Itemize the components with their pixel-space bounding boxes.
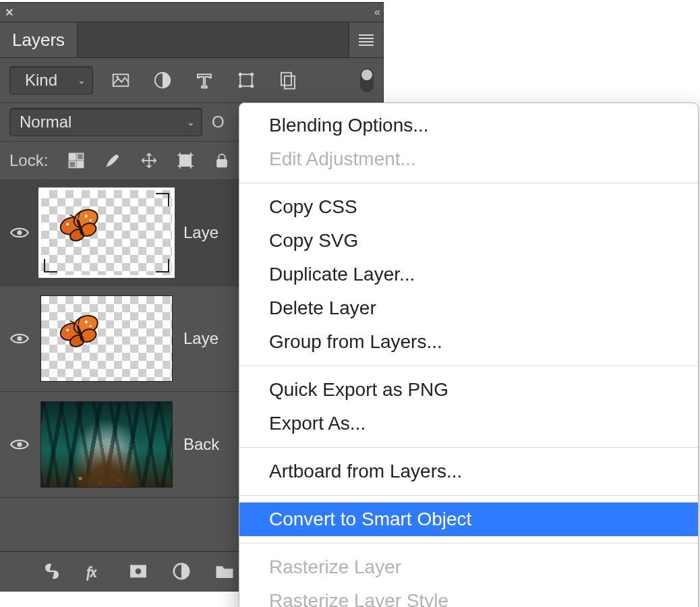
svg-rect-14 <box>69 161 76 167</box>
ctx-delete-layer[interactable]: Delete Layer <box>239 291 698 325</box>
ctx-group-from-layers[interactable]: Group from Layers... <box>239 325 698 359</box>
tab-label: Layers <box>12 30 65 51</box>
filter-type-icons <box>109 69 299 92</box>
tab-layers[interactable]: Layers <box>0 22 78 57</box>
filter-kind-dropdown[interactable]: Kind ⌄ <box>9 66 93 94</box>
ctx-copy-svg[interactable]: Copy SVG <box>239 224 698 258</box>
visibility-eye-icon[interactable] <box>9 328 30 349</box>
menu-separator <box>239 366 698 366</box>
layer-name[interactable]: Back <box>183 435 219 454</box>
lock-transparency-icon[interactable] <box>65 150 87 171</box>
svg-rect-15 <box>78 161 84 167</box>
ctx-blending-options[interactable]: Blending Options... <box>239 109 698 142</box>
tab-area <box>78 22 349 57</box>
layer-name[interactable]: Laye <box>183 329 218 348</box>
group-icon[interactable] <box>213 560 236 583</box>
chevron-down-icon: ⌄ <box>187 117 195 127</box>
panel-menu-icon[interactable] <box>349 22 383 57</box>
filter-toggle[interactable] <box>360 68 374 92</box>
ctx-duplicate-layer[interactable]: Duplicate Layer... <box>239 258 698 291</box>
butterfly-icon <box>57 209 105 245</box>
menu-separator <box>239 543 698 544</box>
ctx-edit-adjustment: Edit Adjustment... <box>239 142 698 176</box>
layer-thumbnail[interactable] <box>40 190 173 276</box>
adjustment-layer-icon[interactable] <box>170 560 193 583</box>
forest-image <box>41 402 172 487</box>
lock-paint-icon[interactable] <box>102 150 123 171</box>
svg-point-8 <box>239 84 242 88</box>
svg-text:fx: fx <box>87 565 97 580</box>
svg-rect-5 <box>240 74 252 86</box>
svg-point-6 <box>239 73 242 76</box>
layer-thumbnail[interactable] <box>40 295 173 382</box>
svg-point-3 <box>116 76 119 78</box>
close-icon[interactable]: × <box>0 3 19 22</box>
layer-mask-icon[interactable] <box>127 560 150 583</box>
collapse-icon[interactable]: « <box>368 6 383 18</box>
filter-bar: Kind ⌄ <box>0 58 383 103</box>
lock-label: Lock: <box>9 151 48 170</box>
ctx-artboard-from-layers[interactable]: Artboard from Layers... <box>239 455 698 488</box>
blend-mode-dropdown[interactable]: Normal ⌄ <box>9 108 202 136</box>
filter-shape-icon[interactable] <box>235 69 258 92</box>
svg-rect-10 <box>281 73 291 86</box>
ctx-copy-css[interactable]: Copy CSS <box>239 190 698 224</box>
panel-tabs: Layers <box>0 22 383 58</box>
svg-point-35 <box>18 337 22 341</box>
svg-rect-12 <box>69 154 76 160</box>
ctx-rasterize-layer-style: Rasterize Layer Style <box>239 584 698 607</box>
ctx-convert-smart-object[interactable]: Convert to Smart Object <box>239 502 698 536</box>
layer-context-menu: Blending Options... Edit Adjustment... C… <box>239 103 699 607</box>
svg-point-44 <box>18 442 22 447</box>
svg-rect-25 <box>217 160 227 167</box>
layer-effects-icon[interactable]: fx <box>84 560 107 583</box>
lock-position-icon[interactable] <box>138 150 160 171</box>
ctx-quick-export-png[interactable]: Quick Export as PNG <box>239 373 698 407</box>
menu-separator <box>239 447 698 448</box>
svg-point-47 <box>135 568 142 575</box>
filter-pixel-icon[interactable] <box>109 69 132 92</box>
svg-rect-16 <box>180 155 191 166</box>
svg-rect-11 <box>285 76 295 89</box>
svg-rect-13 <box>78 154 84 160</box>
link-layers-icon[interactable] <box>40 560 63 583</box>
lock-all-icon[interactable] <box>211 150 233 171</box>
menu-separator <box>239 495 698 496</box>
opacity-label-fragment: O <box>212 113 225 132</box>
svg-point-7 <box>250 73 254 76</box>
menu-separator <box>239 183 698 183</box>
layer-thumbnail[interactable] <box>40 401 173 488</box>
filter-type-icon[interactable] <box>193 69 216 92</box>
butterfly-icon <box>57 315 105 351</box>
svg-point-9 <box>250 84 254 88</box>
lock-artboard-icon[interactable] <box>175 150 196 171</box>
svg-point-26 <box>18 231 22 235</box>
layer-name[interactable]: Laye <box>183 223 218 242</box>
chevron-down-icon: ⌄ <box>78 75 86 86</box>
ctx-export-as[interactable]: Export As... <box>239 407 698 440</box>
ctx-rasterize-layer: Rasterize Layer <box>239 550 698 584</box>
blend-mode-value: Normal <box>20 113 71 132</box>
panel-topbar: × « <box>0 3 383 22</box>
filter-kind-label: Kind <box>25 71 57 90</box>
filter-adjustment-icon[interactable] <box>151 69 174 92</box>
filter-smartobject-icon[interactable] <box>276 69 299 92</box>
visibility-eye-icon[interactable] <box>9 223 30 243</box>
visibility-eye-icon[interactable] <box>9 434 30 455</box>
